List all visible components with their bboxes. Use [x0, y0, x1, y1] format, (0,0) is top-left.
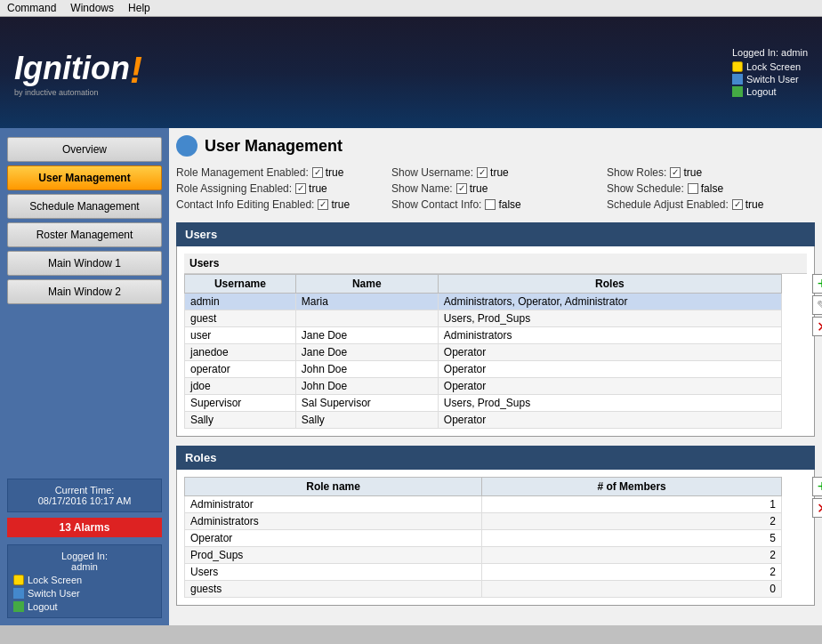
config-show-roles: Show Roles: true — [607, 165, 815, 180]
sidebar-lock-screen-button[interactable]: Lock Screen — [13, 575, 156, 585]
roles-cell-members: 5 — [482, 530, 782, 547]
users-cell-roles: Operator — [438, 344, 781, 361]
role-management-label: Role Management Enabled: — [176, 166, 309, 179]
table-row[interactable]: janedoeJane DoeOperator — [185, 344, 782, 361]
roles-cell-members: 2 — [482, 564, 782, 581]
edit-user-button[interactable]: ✎ — [812, 295, 822, 315]
sidebar-item-user-management[interactable]: User Management — [7, 165, 162, 190]
users-col-username: Username — [185, 275, 296, 294]
users-section-header: Users — [176, 222, 815, 246]
roles-cell-members: 2 — [482, 513, 782, 530]
sidebar-item-main-window-1[interactable]: Main Window 1 — [7, 251, 162, 276]
sidebar-logout-label: Logout — [28, 601, 58, 612]
sidebar-logout-icon — [13, 601, 24, 612]
table-row[interactable]: Administrator1 — [185, 496, 782, 513]
table-row[interactable]: Operator5 — [185, 530, 782, 547]
sidebar-item-overview[interactable]: Overview — [7, 137, 162, 162]
main-layout: Overview User Management Schedule Manage… — [0, 128, 822, 625]
users-cell-name: John Doe — [295, 361, 438, 378]
header: Ignition! by inductive automation Logged… — [0, 17, 822, 128]
table-row[interactable]: Users2 — [185, 564, 782, 581]
top-lock-screen-button[interactable]: Lock Screen — [732, 61, 808, 72]
menu-windows[interactable]: Windows — [70, 2, 114, 14]
users-table-wrapper: Username Name Roles adminMariaAdministra… — [184, 274, 807, 429]
add-role-button[interactable]: + — [812, 477, 822, 496]
users-cell-name: John Doe — [295, 378, 438, 395]
show-username-text: true — [490, 166, 509, 179]
sidebar-item-schedule-management[interactable]: Schedule Management — [7, 194, 162, 219]
users-table: Username Name Roles adminMariaAdministra… — [184, 274, 782, 429]
users-cell-username: janedoe — [185, 344, 296, 361]
sidebar-switch-user-label: Switch User — [28, 588, 80, 599]
roles-cell-members: 2 — [482, 547, 782, 564]
show-contact-info-checkbox[interactable] — [485, 199, 496, 210]
table-row[interactable]: SallySallyOperator — [185, 412, 782, 429]
logo-area: Ignition! by inductive automation — [14, 49, 142, 97]
show-username-checkbox[interactable] — [477, 167, 488, 178]
role-assigning-checkbox[interactable] — [295, 183, 306, 194]
current-time-box: Current Time: 08/17/2016 10:17 AM — [7, 479, 162, 512]
sidebar-item-main-window-2[interactable]: Main Window 2 — [7, 279, 162, 304]
show-schedule-label: Show Schedule: — [607, 182, 684, 195]
menu-help[interactable]: Help — [128, 2, 150, 14]
schedule-adjust-text: true — [745, 198, 764, 211]
schedule-adjust-label: Schedule Adjust Enabled: — [607, 198, 729, 211]
table-row[interactable]: operatorJohn DoeOperator — [185, 361, 782, 378]
sidebar-logout-button[interactable]: Logout — [13, 601, 156, 612]
users-cell-roles: Operator — [438, 361, 781, 378]
content-header: User Management — [176, 135, 815, 157]
roles-cell-members: 0 — [482, 581, 782, 598]
contact-info-text: true — [331, 198, 350, 211]
table-row[interactable]: SupervisorSal SupervisorUsers, Prod_Sups — [185, 395, 782, 412]
show-name-checkbox[interactable] — [456, 183, 467, 194]
top-switch-user-label: Switch User — [746, 74, 799, 85]
config-show-contact-info: Show Contact Info: false — [391, 197, 600, 212]
users-action-buttons: + ✎ ✕ — [812, 274, 822, 336]
top-logout-button[interactable]: Logout — [732, 86, 808, 97]
users-cell-username: operator — [185, 361, 296, 378]
contact-info-checkbox[interactable] — [318, 199, 328, 210]
table-row[interactable]: userJane DoeAdministrators — [185, 327, 782, 344]
sidebar-user-icon — [13, 588, 24, 599]
delete-user-button[interactable]: ✕ — [812, 317, 822, 336]
table-row[interactable]: guests0 — [185, 581, 782, 598]
delete-role-button[interactable]: ✕ — [812, 498, 822, 518]
schedule-adjust-checkbox[interactable] — [732, 199, 743, 210]
sidebar: Overview User Management Schedule Manage… — [0, 128, 169, 625]
contact-info-value: true — [318, 198, 350, 211]
logo-exclaim: ! — [130, 49, 142, 91]
show-schedule-checkbox[interactable] — [688, 183, 698, 194]
sidebar-logged-in-user: admin — [13, 561, 156, 572]
top-switch-user-button[interactable]: Switch User — [732, 74, 808, 85]
users-cell-name: Jane Doe — [295, 344, 438, 361]
alarms-button[interactable]: 13 Alarms — [7, 518, 162, 537]
show-contact-info-text: false — [498, 198, 520, 211]
show-roles-checkbox[interactable] — [670, 167, 681, 178]
menu-command[interactable]: Command — [7, 2, 56, 14]
roles-col-name: Role name — [185, 478, 482, 496]
show-name-value: true — [456, 182, 488, 195]
table-row[interactable]: guestUsers, Prod_Sups — [185, 310, 782, 327]
table-row[interactable]: Prod_Sups2 — [185, 547, 782, 564]
sidebar-item-roster-management[interactable]: Roster Management — [7, 222, 162, 247]
role-management-checkbox[interactable] — [312, 167, 323, 178]
show-roles-text: true — [683, 166, 702, 179]
users-cell-username: user — [185, 327, 296, 344]
table-row[interactable]: Administrators2 — [185, 513, 782, 530]
sidebar-switch-user-button[interactable]: Switch User — [13, 588, 156, 599]
table-row[interactable]: adminMariaAdministrators, Operator, Admi… — [185, 294, 782, 310]
users-col-name: Name — [295, 275, 438, 294]
users-subsection-label: Users — [184, 254, 807, 274]
show-contact-info-label: Show Contact Info: — [391, 198, 481, 211]
users-cell-roles: Administrators, Operator, Administrator — [438, 294, 781, 310]
role-management-value: true — [312, 166, 344, 179]
logo-subtitle: by inductive automation — [14, 88, 142, 97]
add-user-button[interactable]: + — [812, 274, 822, 294]
page-title: User Management — [205, 137, 342, 156]
config-show-schedule: Show Schedule: false — [607, 181, 815, 196]
sidebar-logged-in-label: Logged In: — [13, 551, 156, 561]
table-row[interactable]: jdoeJohn DoeOperator — [185, 378, 782, 395]
top-lock-screen-label: Lock Screen — [746, 61, 801, 72]
role-assigning-value: true — [295, 182, 327, 195]
role-assigning-label: Role Assigning Enabled: — [176, 182, 292, 195]
